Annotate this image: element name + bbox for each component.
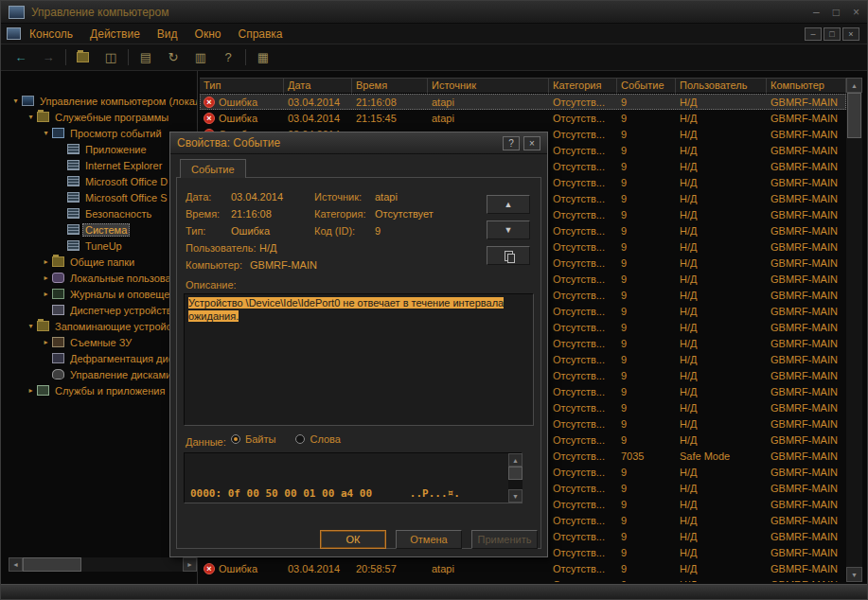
scrollbar-track[interactable] <box>508 480 523 489</box>
refresh-button[interactable]: ↻ <box>163 48 184 67</box>
expand-icon[interactable]: ▸ <box>41 257 51 266</box>
scroll-up-button[interactable]: ▲ <box>508 453 523 467</box>
column-header-7[interactable]: Пользователь <box>676 78 767 94</box>
expand-icon[interactable]: ▸ <box>26 386 36 395</box>
column-header-8[interactable]: Компьютер <box>767 78 846 94</box>
table-cell: GBMRF-MAIN <box>767 496 846 512</box>
column-header-2[interactable]: Дата <box>284 78 352 94</box>
event-id-label: Код (ID): <box>314 225 355 237</box>
column-header-5[interactable]: Категория <box>549 78 617 94</box>
scroll-right-button[interactable]: ► <box>183 557 197 572</box>
mdi-close-button[interactable]: × <box>842 27 859 41</box>
expand-icon[interactable]: ▸ <box>41 290 51 298</box>
up-one-level-button[interactable] <box>73 48 94 67</box>
column-header-3[interactable]: Время <box>352 78 428 94</box>
back-button[interactable]: ← <box>10 48 31 67</box>
scroll-down-button[interactable]: ▼ <box>508 489 523 503</box>
copy-event-button[interactable] <box>487 246 530 265</box>
mdi-restore-button[interactable]: □ <box>824 27 841 41</box>
tree-item-label: Система <box>82 223 130 237</box>
properties-button[interactable]: ▤ <box>135 48 156 67</box>
scroll-down-button[interactable]: ▼ <box>846 567 862 582</box>
table-row-31[interactable]: Отсутств...9Н/ДGBMRF-MAIN <box>200 576 846 582</box>
table-cell: GBMRF-MAIN <box>767 576 846 582</box>
cell-text: GBMRF-MAIN <box>771 418 838 430</box>
show-console-tree-button[interactable]: ◫ <box>100 48 121 67</box>
properties-icon: ▤ <box>140 50 151 64</box>
expand-icon[interactable]: ▸ <box>41 274 51 282</box>
scrollbar-track[interactable] <box>23 557 183 572</box>
scroll-up-button[interactable]: ▲ <box>846 78 862 93</box>
table-row-30[interactable]: ×Ошибка03.04.201420:58:57atapiОтсутств..… <box>200 560 846 576</box>
cell-text: 9 <box>621 354 627 365</box>
export-list-button[interactable]: ▥ <box>190 48 211 67</box>
table-row-1[interactable]: ×Ошибка03.04.201421:16:08atapiОтсутств..… <box>200 94 846 110</box>
cell-text: Н/Д <box>680 467 697 478</box>
menu-action[interactable]: Действие <box>81 26 149 43</box>
expand-icon[interactable]: ▸ <box>41 338 51 346</box>
scrollbar-thumb[interactable] <box>23 557 81 572</box>
previous-event-button[interactable]: ▲ <box>487 195 530 214</box>
menu-help[interactable]: Справка <box>229 26 291 43</box>
column-header-4[interactable]: Источник <box>428 78 549 94</box>
close-icon[interactable]: × <box>853 6 859 19</box>
table-cell: 9 <box>617 528 676 544</box>
dialog-close-button[interactable]: × <box>523 136 540 150</box>
toolbar-help-button[interactable]: ? <box>218 48 239 67</box>
scrollbar-thumb[interactable] <box>847 93 861 138</box>
maximize-icon[interactable]: □ <box>833 6 840 19</box>
table-cell: GBMRF-MAIN <box>767 560 846 576</box>
collapse-icon[interactable]: ▾ <box>26 113 36 121</box>
scroll-left-button[interactable]: ◄ <box>9 557 23 572</box>
minimize-icon[interactable]: – <box>813 6 820 19</box>
menu-view[interactable]: Вид <box>149 26 186 43</box>
collapse-icon[interactable]: ▾ <box>26 322 36 330</box>
next-event-button[interactable]: ▼ <box>487 221 530 239</box>
titlebar[interactable]: Управление компьютером – □ × <box>1 1 867 24</box>
cell-text: Н/Д <box>680 418 697 430</box>
tree-item-system-tools[interactable]: ▾Служебные программы <box>9 109 197 125</box>
computer-value: GBMRF-MAIN <box>250 259 317 271</box>
hex-scrollbar[interactable]: ▲ ▼ <box>508 453 523 503</box>
table-cell: 9 <box>617 496 676 512</box>
tree-item-computer-management[interactable]: ▾Управление компьютером (локал <box>9 93 197 109</box>
hex-data-box[interactable]: 0000: 0f 00 50 00 01 00 a4 00 ..P...¤. 0… <box>184 452 523 503</box>
cell-text: 9 <box>621 306 627 317</box>
table-cell: GBMRF-MAIN <box>767 432 846 448</box>
ok-button[interactable]: ОК <box>320 530 386 549</box>
table-cell: GBMRF-MAIN <box>767 222 846 238</box>
table-cell: Н/Д <box>676 399 767 415</box>
forward-button[interactable]: → <box>38 48 59 67</box>
tab-event[interactable]: Событие <box>180 159 246 178</box>
table-cell: GBMRF-MAIN <box>767 351 846 367</box>
collapse-icon[interactable]: ▾ <box>10 97 21 105</box>
dialog-help-button[interactable]: ? <box>503 136 520 150</box>
table-row-2[interactable]: ×Ошибка03.04.201421:15:45atapiОтсутств..… <box>200 110 846 126</box>
mdi-minimize-button[interactable]: – <box>805 27 822 41</box>
table-cell: Н/Д <box>676 480 767 496</box>
cancel-button[interactable]: Отмена <box>396 530 462 549</box>
folder-up-icon <box>77 52 89 62</box>
column-header-1[interactable]: Тип <box>200 78 284 94</box>
table-vertical-scrollbar[interactable]: ▲ ▼ <box>846 78 862 582</box>
menu-window[interactable]: Окно <box>186 26 230 43</box>
dialog-title: Свойства: Событие <box>177 136 280 150</box>
bytes-radio[interactable] <box>231 434 240 444</box>
collapse-icon[interactable]: ▾ <box>41 129 51 137</box>
column-header-6[interactable]: Событие <box>617 78 676 94</box>
scrollbar-track[interactable] <box>846 93 862 567</box>
views-button[interactable]: ▦ <box>253 48 274 67</box>
menu-console[interactable]: Консоль <box>21 26 81 43</box>
table-cell: 9 <box>617 335 676 351</box>
cell-text: Н/Д <box>680 322 697 333</box>
table-cell: Отсутств... <box>549 448 617 464</box>
cell-text: 9 <box>621 193 627 204</box>
category-label: Категория: <box>314 208 365 220</box>
tree-horizontal-scrollbar[interactable]: ◄ ► <box>9 557 197 572</box>
words-radio[interactable] <box>295 434 305 444</box>
computer-label: Компьютер: <box>186 259 242 271</box>
apply-button[interactable]: Применить <box>471 530 538 549</box>
scrollbar-thumb[interactable] <box>508 467 523 480</box>
description-box[interactable]: Устройство \Device\Ide\IdePort0 не отвеч… <box>184 293 534 426</box>
dialog-titlebar[interactable]: Свойства: Событие ? × <box>170 132 547 154</box>
